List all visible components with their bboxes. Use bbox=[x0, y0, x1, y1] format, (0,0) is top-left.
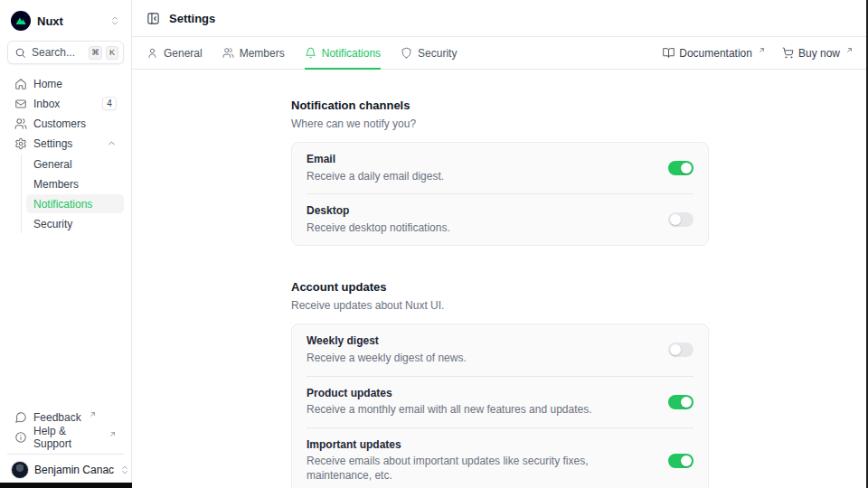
tab-label: Security bbox=[418, 47, 457, 60]
gear-icon bbox=[14, 137, 27, 150]
tab-security[interactable]: Security bbox=[401, 37, 457, 69]
sidebar-item-customers[interactable]: Customers bbox=[7, 114, 124, 133]
user-icon bbox=[146, 47, 158, 59]
sidebar-item-label: Settings bbox=[33, 137, 72, 150]
tabbar-actions: Documentation Buy now bbox=[663, 37, 854, 69]
nuxt-logo-icon bbox=[11, 11, 31, 31]
search-placeholder: Search... bbox=[32, 46, 83, 59]
avatar bbox=[11, 461, 29, 479]
section-title: Account updates bbox=[291, 280, 709, 294]
sidebar-item-inbox[interactable]: Inbox 4 bbox=[7, 94, 124, 113]
settings-card: Email Receive a daily email digest. Desk… bbox=[291, 142, 709, 246]
chevrons-up-down-icon bbox=[119, 465, 130, 475]
setting-title: Important updates bbox=[307, 438, 654, 453]
home-icon bbox=[14, 78, 27, 90]
kbd-meta: ⌘ bbox=[89, 46, 102, 60]
sidebar-subitem-notifications[interactable]: Notifications bbox=[26, 194, 124, 213]
action-label: Documentation bbox=[679, 47, 752, 60]
search-input[interactable]: Search... ⌘ K bbox=[7, 41, 124, 64]
section-description: Where can we notify you? bbox=[291, 117, 709, 130]
tab-general[interactable]: General bbox=[146, 37, 203, 69]
sidebar-item-label: Inbox bbox=[33, 98, 60, 110]
app-window: Nuxt Search... ⌘ K Home bbox=[0, 0, 868, 488]
setting-row-weekly-digest: Weekly digest Receive a weekly digest of… bbox=[292, 324, 708, 375]
section-notification-channels: Notification channels Where can we notif… bbox=[291, 99, 709, 246]
setting-description: Receive a weekly digest of news. bbox=[307, 352, 654, 366]
inbox-icon bbox=[14, 98, 27, 110]
sidebar-footer: Feedback Help & Support Benjamin Canac bbox=[7, 408, 124, 481]
sidebar-item-label: Customers bbox=[33, 117, 86, 130]
tab-label: Notifications bbox=[322, 47, 381, 60]
external-link-icon bbox=[845, 46, 854, 54]
tab-label: Members bbox=[240, 47, 285, 60]
user-name: Benjamin Canac bbox=[34, 464, 114, 476]
sidebar: Nuxt Search... ⌘ K Home bbox=[0, 0, 132, 488]
users-icon bbox=[222, 47, 234, 59]
weekly-digest-toggle[interactable] bbox=[668, 343, 693, 357]
bell-icon bbox=[305, 47, 316, 59]
chevron-up-icon bbox=[107, 138, 117, 148]
setting-title: Desktop bbox=[307, 204, 654, 219]
setting-description: Receive a monthly email with all new fea… bbox=[307, 403, 654, 418]
setting-description: Receive desktop notifications. bbox=[307, 221, 654, 236]
chevrons-up-down-icon bbox=[109, 15, 120, 26]
external-link-icon bbox=[89, 410, 97, 418]
settings-card: Weekly digest Receive a weekly digest of… bbox=[291, 324, 709, 488]
setting-row-email: Email Receive a daily email digest. bbox=[292, 143, 708, 193]
shield-icon bbox=[401, 47, 412, 59]
kbd-k: K bbox=[106, 46, 118, 60]
sidebar-subitem-members[interactable]: Members bbox=[26, 174, 124, 193]
sub-item-label: General bbox=[33, 158, 72, 171]
cart-icon bbox=[782, 47, 794, 59]
sidebar-collapse-icon[interactable] bbox=[146, 12, 160, 25]
help-support-link[interactable]: Help & Support bbox=[7, 427, 124, 446]
footer-item-label: Feedback bbox=[33, 411, 81, 424]
section-account-updates: Account updates Receive updates about Nu… bbox=[291, 280, 709, 488]
tab-label: General bbox=[164, 47, 203, 60]
setting-title: Weekly digest bbox=[307, 334, 654, 349]
setting-description: Receive a daily email digest. bbox=[307, 170, 654, 184]
setting-row-product-updates: Product updates Receive a monthly email … bbox=[292, 377, 708, 427]
sidebar-subitem-security[interactable]: Security bbox=[26, 214, 124, 233]
action-label: Buy now bbox=[798, 47, 840, 60]
footer-item-label: Help & Support bbox=[33, 425, 101, 450]
important-updates-toggle[interactable] bbox=[668, 454, 693, 468]
sub-item-label: Security bbox=[33, 218, 72, 230]
inbox-count-badge: 4 bbox=[102, 97, 117, 110]
external-link-icon bbox=[758, 46, 766, 54]
buy-now-link[interactable]: Buy now bbox=[782, 47, 854, 60]
email-toggle[interactable] bbox=[668, 161, 693, 175]
window-bottom-edge bbox=[0, 483, 132, 488]
desktop-toggle[interactable] bbox=[668, 212, 693, 227]
workspace-name: Nuxt bbox=[37, 14, 63, 28]
sidebar-item-home[interactable]: Home bbox=[7, 74, 124, 93]
setting-title: Email bbox=[307, 153, 654, 167]
user-menu[interactable]: Benjamin Canac bbox=[7, 454, 124, 481]
workspace-switcher[interactable]: Nuxt bbox=[7, 9, 124, 33]
settings-sub-list: General Members Notifications Security bbox=[21, 155, 124, 233]
sidebar-subitem-general[interactable]: General bbox=[26, 155, 124, 174]
section-description: Receive updates about Nuxt UI. bbox=[291, 299, 709, 312]
section-title: Notification channels bbox=[291, 99, 709, 112]
product-updates-toggle[interactable] bbox=[668, 395, 693, 409]
tab-members[interactable]: Members bbox=[222, 37, 285, 69]
tab-notifications[interactable]: Notifications bbox=[305, 37, 381, 69]
setting-row-desktop: Desktop Receive desktop notifications. bbox=[292, 194, 708, 245]
sub-item-label: Notifications bbox=[33, 198, 92, 211]
settings-content: Notification channels Where can we notif… bbox=[132, 70, 868, 488]
sub-item-label: Members bbox=[33, 178, 79, 191]
page-title: Settings bbox=[169, 12, 215, 25]
documentation-link[interactable]: Documentation bbox=[663, 47, 766, 60]
book-icon bbox=[663, 47, 675, 59]
sidebar-nav: Home Inbox 4 Customers Settings bbox=[7, 74, 124, 234]
setting-description: Receive emails about important updates l… bbox=[307, 455, 654, 483]
setting-row-important-updates: Important updates Receive emails about i… bbox=[292, 428, 708, 488]
sidebar-item-label: Home bbox=[33, 78, 62, 90]
sidebar-item-settings[interactable]: Settings bbox=[7, 134, 124, 153]
search-icon bbox=[14, 47, 26, 59]
message-icon bbox=[14, 411, 27, 424]
users-icon bbox=[14, 117, 27, 130]
settings-tabbar: General Members Notifications Security bbox=[132, 37, 868, 70]
setting-title: Product updates bbox=[307, 387, 654, 401]
main-panel: Settings General Members Notifications bbox=[132, 0, 868, 488]
